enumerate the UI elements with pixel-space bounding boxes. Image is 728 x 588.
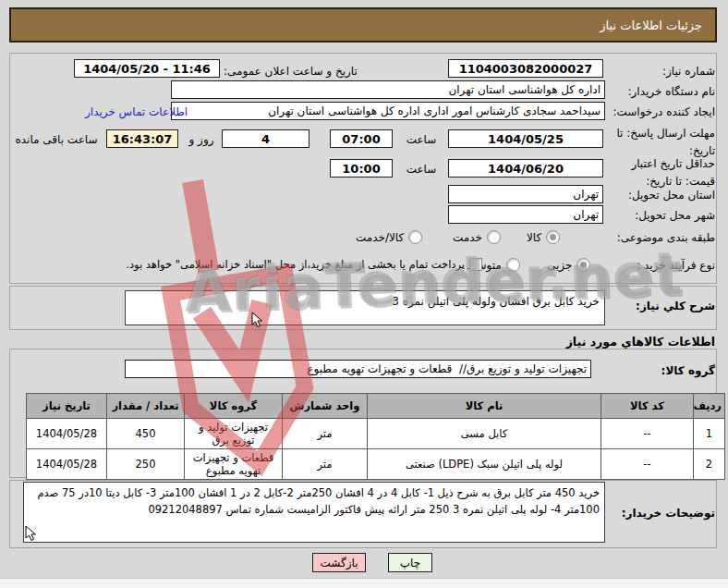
radio-option-goods[interactable]: کالا [527,230,560,244]
price-validity-hour-input[interactable] [330,159,393,178]
announce-datetime-label: تاریخ و ساعت اعلان عمومی: [224,65,368,78]
goods-table-header-row: ردیف کد کالا نام کالا واحد شمارش گروه کا… [27,394,725,419]
reply-deadline-label: مهلت ارسال پاسخ: تا تاریخ: [612,125,715,159]
col-unit: واحد شمارش [283,394,368,419]
delivery-province-label: استان محل تحویل: [628,189,715,202]
col-group: گروه کالا [185,394,283,419]
need-description-textarea[interactable]: خرید کابل برق افشان ولوله پلی اتیلن نمره… [125,290,605,325]
page-title: جزئیات اطلاعات نیاز [600,18,702,32]
delivery-city-input[interactable] [448,205,603,224]
cell-need-date: 1404/05/28 [27,419,107,449]
buyer-contact-link[interactable]: اطلاعات تماس خریدار [85,105,188,118]
cell-item-name: لوله پلی اتیلن سبک (LDPE) صنعتی [368,449,601,480]
col-quantity: تعداد / مقدار [107,394,185,419]
remaining-time-input[interactable] [106,129,178,148]
need-description-label: شرح کلي نیاز: [636,300,715,312]
reply-deadline-hour-input[interactable] [330,129,393,148]
delivery-province-input[interactable] [448,185,603,203]
radio-icon[interactable] [576,258,590,272]
reply-deadline-hour-label: ساعت [397,133,445,146]
back-button[interactable]: بازگشت [312,553,366,572]
goods-table: ردیف کد کالا نام کالا واحد شمارش گروه کا… [26,393,725,480]
page-title-bar: جزئیات اطلاعات نیاز [9,7,717,43]
cell-item-name: کابل مسی [368,419,601,449]
radio-icon[interactable] [506,258,520,272]
goods-group-label: گروه کالا: [661,364,715,377]
checkbox-icon[interactable] [469,258,482,271]
radio-option-service[interactable]: خدمت [453,230,501,244]
col-item-name: نام کالا [368,394,601,419]
delivery-city-label: شهر محل تحویل: [635,209,715,222]
radio-icon[interactable] [546,230,560,244]
table-row: 2 -- لوله پلی اتیلن سبک (LDPE) صنعتی متر… [27,449,725,480]
need-number-label: شماره نیاز: [662,65,715,78]
cell-item-code: -- [601,449,694,480]
cell-group: قطعات و تجهیزات تهویه مطبوع [185,449,283,480]
request-creator-input[interactable] [171,102,605,120]
radio-option-label: خدمت [453,231,482,244]
col-row-number: ردیف [694,394,725,419]
radio-option-label: کالا/خدمت [356,231,404,244]
price-validity-hour-label: ساعت [397,163,445,176]
buyer-org-input[interactable] [171,80,605,99]
remaining-days-input[interactable] [222,129,309,148]
remaining-hours-label: ساعت باقی مانده [9,133,103,146]
radio-icon[interactable] [408,230,422,244]
cell-quantity: 250 [107,449,185,480]
radio-option-label: کالا [527,231,541,244]
buyer-notes-textarea[interactable]: خرید 450 متر کابل برق به شرح ذیل 1- کابل… [23,482,605,543]
col-item-code: کد کالا [601,394,694,419]
goods-group-input[interactable] [125,360,591,378]
cell-row-number: 2 [694,449,725,480]
cell-row-number: 1 [694,419,725,449]
goods-section-heading: اطلاعات کالاهاي مورد نیاز [566,335,715,349]
treasury-payment-checkbox-row[interactable]: پرداخت تمام یا بخشی از مبلغ خرید،از محل … [83,258,482,271]
need-number-input[interactable] [448,59,603,78]
reply-deadline-date-input[interactable] [448,129,603,148]
cell-unit: متر [283,449,368,480]
request-creator-label: ایجاد کننده درخواست: [613,105,715,118]
subject-class-label: طبقه بندی موضوعی: [617,231,715,244]
cell-need-date: 1404/05/28 [27,449,107,480]
radio-icon[interactable] [487,230,501,244]
cell-group: تجهیزات تولید و توزیع برق [185,419,283,449]
days-and-label: روز و [182,133,221,146]
bottom-strip [0,578,728,588]
announce-datetime-input[interactable] [74,59,220,78]
radio-option-minor[interactable]: جزیی [547,258,590,272]
treasury-payment-label: پرداخت تمام یا بخشی از مبلغ خرید،از محل … [126,258,465,271]
price-validity-label: حداقل تاریخ اعتبار قیمت: تا تاریخ: [601,155,715,190]
buyer-notes-label: توضیحات خریدار: [622,507,715,520]
buyer-org-label: نام دستگاه خریدار: [628,85,716,98]
cell-unit: متر [283,419,368,449]
price-validity-date-input[interactable] [448,159,603,178]
need-details-page: جزئیات اطلاعات نیاز شماره نیاز: تاریخ و … [0,0,728,588]
table-row: 1 -- کابل مسی متر تجهیزات تولید و توزیع … [27,419,725,449]
cell-quantity: 450 [107,419,185,449]
col-need-date: تاریخ نیاز [27,394,107,419]
purchase-process-label: نوع فرآیند خرید : [637,259,715,272]
cell-item-code: -- [601,419,694,449]
radio-option-label: جزیی [547,259,572,272]
radio-option-goods-service[interactable]: کالا/خدمت [356,230,422,244]
print-button[interactable]: چاپ [388,553,432,572]
